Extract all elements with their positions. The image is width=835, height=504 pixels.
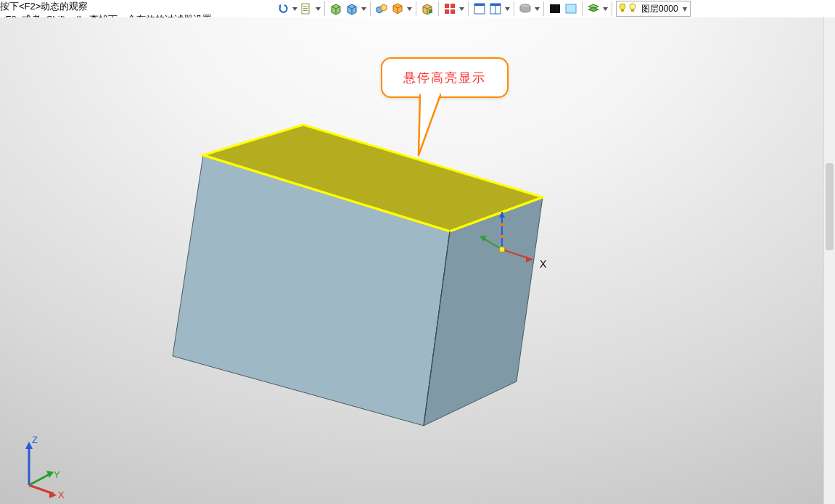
svg-rect-16 [566,4,576,13]
svg-rect-1 [303,6,308,7]
main-toolbar: 图层0000 ▾ [276,0,835,17]
toolbar-separator [582,1,583,16]
layer-selector[interactable]: 图层0000 ▾ [616,1,691,17]
window-split-dropdown[interactable] [504,1,510,16]
svg-rect-6 [451,4,455,8]
svg-rect-32 [501,235,503,238]
toolbar-separator [438,1,439,16]
axis-label-x: X [540,258,546,270]
hex-orange-dropdown[interactable] [406,1,412,16]
undo-dropdown[interactable] [292,1,297,16]
window-blue-icon[interactable] [472,1,487,16]
bulb-on-icon [618,3,627,15]
callout-tail [416,93,459,158]
box-blue-dropdown[interactable] [361,1,366,16]
triad-z-label: Z [32,434,38,445]
svg-marker-40 [49,491,57,498]
triad-y-label: Y [54,469,60,480]
triad-x-label: X [58,489,65,498]
disk-grey-icon[interactable] [518,1,532,16]
svg-point-19 [630,4,635,9]
window-split-icon[interactable] [488,1,503,16]
callout-hover-highlight: 悬停高亮显示 [381,57,506,108]
svg-line-37 [29,474,51,485]
chevron-down-icon: ▾ [681,4,688,14]
callout-bubble: 悬停高亮显示 [381,57,509,98]
box-green-icon[interactable] [329,1,343,16]
svg-rect-20 [631,9,634,12]
layers-green-dropdown[interactable] [602,1,608,16]
svg-rect-12 [490,4,501,6]
box-pattern-icon[interactable] [420,1,435,16]
toolbar-separator [416,1,416,16]
callout-text: 悬停高亮显示 [403,70,486,86]
svg-rect-4 [429,9,432,13]
grid-red-dropdown[interactable] [458,1,464,16]
svg-point-17 [620,4,625,9]
svg-rect-7 [445,9,449,14]
toolbar-separator [468,1,469,16]
toolbar-separator [543,1,544,16]
hex-orange-icon[interactable] [390,1,405,16]
svg-rect-18 [621,9,624,12]
scrollbar-thumb[interactable] [826,163,834,250]
rect-cyan-icon[interactable] [564,1,578,16]
cube-stack-icon[interactable] [374,1,389,16]
layer-selector-label: 图层0000 [638,3,681,15]
toolbar-separator [370,1,371,16]
box-blue-icon[interactable] [345,1,359,16]
toolbar-separator [324,1,325,16]
svg-rect-33 [501,223,503,226]
svg-point-31 [499,247,505,252]
rect-black-icon[interactable] [548,1,562,16]
svg-rect-15 [550,4,560,13]
undo-icon[interactable] [276,1,290,16]
svg-rect-3 [303,10,308,11]
disk-grey-dropdown[interactable] [534,1,540,16]
grid-red-icon[interactable] [443,1,457,16]
svg-rect-5 [445,4,449,8]
svg-rect-2 [303,8,308,9]
layers-green-icon[interactable] [586,1,601,16]
bulb-dim-icon [628,3,637,15]
svg-rect-8 [451,9,455,14]
viewport-3d[interactable]: X 悬停高亮显示 Z Y X [0,17,835,504]
view-triad: Z Y X [13,433,71,498]
toolbar-separator [514,1,514,16]
svg-rect-34 [421,93,440,96]
toolbar-separator [612,1,612,16]
hint-line-1: 按下<F2>动态的观察 [0,0,214,13]
page-dropdown[interactable] [315,1,321,16]
page-icon[interactable] [299,1,313,16]
vertical-scrollbar[interactable] [823,17,835,504]
svg-rect-10 [474,4,485,6]
